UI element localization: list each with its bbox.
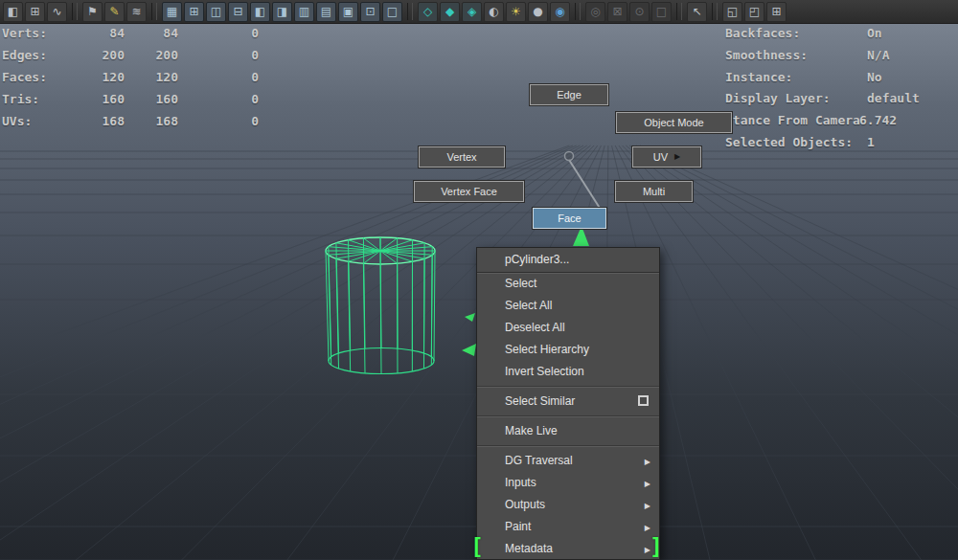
marking-menu-vertex-face[interactable]: Vertex Face	[414, 181, 524, 202]
hud-value: 168	[125, 114, 178, 128]
screen-toggle-icon[interactable]: ⊞	[766, 2, 787, 22]
submenu-arrow-icon: ▶	[674, 153, 680, 161]
menu-item-label: Deselect All	[505, 321, 565, 334]
menu-item-inputs[interactable]: Inputs▶	[477, 472, 659, 494]
xray-icon[interactable]: ◎	[585, 2, 605, 22]
marking-menu-label: Object Mode	[644, 117, 703, 128]
layout-hypershade-icon[interactable]: ▣	[338, 2, 358, 22]
hud-value: N/A	[867, 48, 889, 62]
lighting-all-icon[interactable]: ☀	[506, 2, 526, 22]
layout-persp-outliner-icon[interactable]: ▤	[316, 2, 336, 22]
menu-item-deselect-all[interactable]: Deselect All	[477, 317, 659, 339]
hud-value: 200	[125, 48, 178, 62]
hud-label: Display Layer:	[725, 91, 831, 105]
menu-item-label: Select All	[505, 299, 552, 312]
hud-value: 0	[178, 92, 259, 106]
flag-icon[interactable]: ⚑	[82, 2, 103, 22]
select-tool-icon[interactable]: ↖	[687, 2, 707, 22]
menu-item-label: DG Traversal	[505, 454, 573, 467]
submenu-arrow-icon: ▶	[645, 495, 650, 517]
option-box-icon[interactable]	[638, 395, 649, 406]
hud-label: Faces:	[2, 70, 61, 84]
menu-item-label: Select	[505, 277, 536, 290]
hud-value: 120	[61, 70, 125, 84]
hud-label: Selected Objects:	[725, 135, 853, 149]
layout-outliner-icon[interactable]: ▥	[294, 2, 314, 22]
menu-item-label: Select Hierarchy	[505, 343, 589, 356]
marking-menu-edge[interactable]: Edge	[530, 84, 608, 105]
menu-item-label: Metadata	[505, 542, 553, 555]
hud-value: 160	[125, 92, 178, 106]
pencil-icon[interactable]: ✎	[104, 2, 125, 22]
wand-icon[interactable]: ≋	[126, 2, 147, 22]
submenu-arrow-icon: ▶	[645, 451, 650, 473]
camera-gate-icon[interactable]: ⊙	[629, 2, 650, 22]
menu-item-select-hierarchy[interactable]: Select Hierarchy	[477, 339, 659, 361]
shadows-icon[interactable]: ●	[528, 2, 548, 22]
layout-three-left-icon[interactable]: ◧	[250, 2, 270, 22]
menu-item-select-similar[interactable]: Select Similar	[477, 391, 659, 413]
layout-four-icon[interactable]: ⊞	[184, 2, 204, 22]
marking-menu-face-selected[interactable]: Face	[533, 208, 606, 229]
layout-two-side-icon[interactable]: ◫	[206, 2, 226, 22]
menu-item-outputs[interactable]: Outputs▶	[477, 494, 659, 516]
hud-value: 0	[178, 70, 259, 84]
context-menu-title: pCylinder3...	[477, 248, 659, 273]
panels-menu-icon[interactable]: ◰	[744, 2, 764, 22]
wireframe-cube-icon[interactable]: ◇	[418, 2, 438, 22]
hud-value: 1	[867, 135, 875, 149]
toolbar-separator	[575, 3, 581, 20]
toolbar-separator	[712, 3, 718, 20]
hud-label: stance From Camera	[725, 113, 860, 127]
textured-cube-icon[interactable]: ◈	[462, 2, 482, 22]
menu-item-label: Make Live	[505, 424, 558, 437]
isolate-select-icon[interactable]: □	[651, 2, 672, 22]
status-line-toolbar: ◧ ⊞ ∿ ⚑ ✎ ≋ ▦ ⊞ ◫ ⊟ ◧ ◨ ▥ ▤ ▣ ⊡ □ ◇ ◆ ◈ …	[0, 0, 958, 24]
layout-single-icon[interactable]: ▦	[162, 2, 182, 22]
shaded-cube-icon[interactable]: ◆	[440, 2, 460, 22]
hud-row: Tris:1601600	[2, 92, 259, 114]
menu-item-select-all[interactable]: Select All	[477, 295, 659, 317]
marking-menu-uv[interactable]: UV▶	[632, 146, 701, 168]
hud-label: Smoothness:	[725, 48, 808, 62]
hud-value: 0	[178, 48, 259, 62]
hud-value: On	[867, 26, 882, 40]
layout-two-stack-icon[interactable]: ⊟	[228, 2, 248, 22]
layout-three-right-icon[interactable]: ◨	[272, 2, 292, 22]
context-menu: pCylinder3... Select Select All Deselect…	[476, 247, 660, 560]
layout-custom-icon[interactable]: □	[382, 2, 402, 22]
sidebar-toggle-icon[interactable]: ◧	[3, 2, 23, 22]
toolbar-separator	[676, 3, 682, 20]
hud-label: Edges:	[2, 48, 61, 62]
toolbar-separator	[72, 3, 78, 20]
menu-item-paint[interactable]: Paint▶	[477, 516, 659, 538]
ambient-occlusion-icon[interactable]: ◉	[550, 2, 570, 22]
menu-item-metadata[interactable]: Metadata▶	[477, 538, 659, 560]
layout-graph-icon[interactable]: ⊡	[360, 2, 380, 22]
hud-value: 6.742	[859, 113, 897, 127]
submenu-arrow-icon: ▶	[645, 473, 650, 495]
menu-item-select[interactable]: Select	[477, 273, 659, 295]
snap-curve-icon[interactable]: ∿	[47, 2, 67, 22]
hud-value: 0	[178, 114, 259, 128]
hud-value: 168	[61, 114, 125, 128]
hud-value: 84	[61, 26, 125, 40]
marking-menu-object-mode[interactable]: Object Mode	[616, 112, 732, 133]
menu-item-invert-selection[interactable]: Invert Selection	[477, 361, 659, 383]
hud-value: 120	[125, 70, 178, 84]
menu-item-label: Invert Selection	[505, 365, 584, 378]
marking-menu-label: Edge	[557, 89, 582, 101]
hud-poly-count: Verts:84840 Edges:2002000 Faces:1201200 …	[2, 26, 259, 136]
panel-layout-icon[interactable]: ◱	[722, 2, 742, 22]
marking-menu-vertex[interactable]: Vertex	[419, 146, 505, 168]
snap-grid-icon[interactable]: ⊞	[25, 2, 45, 22]
marking-menu-multi[interactable]: Multi	[615, 181, 693, 202]
marking-menu-label: Vertex	[446, 151, 476, 163]
default-material-icon[interactable]: ◐	[484, 2, 504, 22]
hud-row: Edges:2002000	[2, 48, 259, 70]
menu-item-make-live[interactable]: Make Live	[477, 420, 659, 442]
menu-item-dg-traversal[interactable]: DG Traversal▶	[477, 450, 659, 472]
hud-value: 200	[61, 48, 125, 62]
xray-joints-icon[interactable]: ⊠	[607, 2, 627, 22]
hud-row: Faces:1201200	[2, 70, 259, 92]
